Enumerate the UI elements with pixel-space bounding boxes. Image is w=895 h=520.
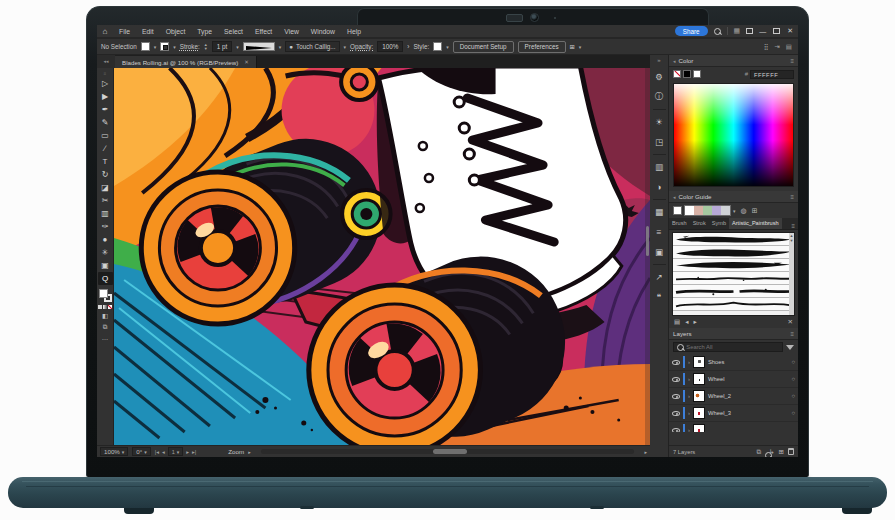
- info-icon[interactable]: ⓘ: [652, 90, 667, 105]
- menu-object[interactable]: Object: [160, 28, 192, 35]
- layers-search-input[interactable]: [686, 344, 779, 350]
- menu-view[interactable]: View: [278, 28, 305, 35]
- home-icon[interactable]: ⌂: [97, 27, 113, 36]
- scroll-right-icon[interactable]: ▸: [644, 449, 647, 455]
- pen-tool[interactable]: ✒: [98, 103, 113, 116]
- layer-row[interactable]: › Shoes ○: [669, 354, 798, 371]
- close-button[interactable]: ✕: [787, 27, 793, 35]
- align-icon[interactable]: ≡: [652, 225, 667, 240]
- base-color-swatch[interactable]: [673, 206, 682, 215]
- artboard-tool[interactable]: ▣: [98, 259, 113, 272]
- screen-mode-icon[interactable]: ⧉: [103, 323, 108, 331]
- artboard-dropdown-icon[interactable]: ▾: [177, 449, 180, 455]
- color-mode-icon[interactable]: [98, 305, 102, 309]
- stroke-dropdown-icon[interactable]: ▾: [173, 44, 176, 50]
- filter-icon[interactable]: [786, 345, 794, 350]
- next-artboard-icon[interactable]: ▸: [186, 449, 189, 455]
- menu-type[interactable]: Type: [191, 28, 218, 35]
- layer-thumbnail[interactable]: [693, 407, 705, 419]
- expand-chevron-icon[interactable]: ›: [688, 393, 690, 399]
- artboard-canvas[interactable]: [114, 68, 650, 445]
- delete-layer-icon[interactable]: [788, 448, 794, 455]
- transparency-icon[interactable]: ◑: [652, 180, 667, 195]
- layer-thumbnail[interactable]: [693, 390, 705, 402]
- opacity-value[interactable]: 100%: [377, 41, 403, 52]
- variation-swatch[interactable]: [703, 206, 712, 215]
- properties-icon[interactable]: ⚙: [652, 70, 667, 85]
- rectangle-tool[interactable]: ▭: [98, 129, 113, 142]
- toolbar-grip[interactable]: ⠿: [104, 72, 107, 75]
- rotate-tool[interactable]: ↻: [98, 168, 113, 181]
- layer-thumbnail[interactable]: [693, 356, 705, 368]
- brush-item[interactable]: [673, 272, 794, 285]
- new-layer-icon[interactable]: ⊞: [779, 448, 784, 456]
- draw-mode-icon[interactable]: ◧: [102, 312, 108, 320]
- stroke-color-swatch[interactable]: [160, 42, 169, 51]
- target-circle-icon[interactable]: ○: [791, 376, 795, 382]
- tab-brushes[interactable]: Brush: [669, 218, 690, 229]
- expand-panels-icon[interactable]: »: [657, 57, 660, 63]
- swatches-icon[interactable]: ◳: [652, 135, 667, 150]
- artboards-icon[interactable]: ▣: [652, 245, 667, 260]
- brush-item[interactable]: [673, 259, 794, 272]
- rotation-select[interactable]: 0° ▾: [132, 447, 150, 456]
- panel-menu-icon[interactable]: ≡: [790, 331, 794, 337]
- rotation-dropdown-icon[interactable]: ▾: [144, 449, 147, 455]
- gradient-tool[interactable]: ▥: [98, 207, 113, 220]
- scissors-tool[interactable]: ✂: [98, 194, 113, 207]
- preferences-button[interactable]: Preferences: [518, 41, 566, 53]
- menu-select[interactable]: Select: [218, 28, 249, 35]
- menu-window[interactable]: Window: [305, 28, 341, 35]
- brush-item[interactable]: [673, 285, 794, 298]
- minimize-button[interactable]: —: [759, 28, 766, 35]
- panel-menu-icon[interactable]: ≡: [790, 58, 794, 64]
- symbol-sprayer-tool[interactable]: ✳: [98, 246, 113, 259]
- variation-swatch[interactable]: [694, 206, 703, 215]
- profile-dropdown-icon[interactable]: ▾: [279, 44, 282, 50]
- search-icon[interactable]: [714, 28, 721, 35]
- workspace-switcher-icon[interactable]: [746, 28, 753, 34]
- visibility-eye-icon[interactable]: [672, 377, 680, 382]
- document-tab[interactable]: Blades Rolling.ai @ 100 % (RGB/Preview) …: [115, 56, 257, 68]
- hex-value-field[interactable]: FFFFFF: [750, 70, 794, 79]
- comments-icon[interactable]: ❝: [652, 290, 667, 305]
- line-segment-tool[interactable]: ∕: [98, 142, 113, 155]
- zoom-tool[interactable]: Q: [98, 272, 113, 285]
- none-swatch[interactable]: [673, 70, 681, 78]
- brush-list-scrollbar[interactable]: ▲▼: [789, 233, 794, 315]
- flow-icon[interactable]: ⇥: [774, 43, 779, 51]
- layer-row[interactable]: › Wheel ○: [669, 371, 798, 388]
- zoom-dropdown-icon[interactable]: ▾: [122, 449, 125, 455]
- expand-chevron-icon[interactable]: ›: [688, 376, 690, 382]
- target-circle-icon[interactable]: ○: [791, 393, 795, 399]
- menu-file[interactable]: File: [113, 28, 136, 35]
- export-icon[interactable]: ↗: [652, 270, 667, 285]
- paintbrush-tool[interactable]: ✑: [98, 220, 113, 233]
- visibility-eye-icon[interactable]: [672, 394, 680, 399]
- layer-name[interactable]: Wheel_3: [708, 410, 731, 416]
- layer-name[interactable]: Wheel: [708, 376, 724, 382]
- variation-swatch[interactable]: [712, 206, 721, 215]
- horizontal-scrollbar[interactable]: [261, 449, 635, 454]
- brush-item[interactable]: [673, 246, 794, 259]
- stroke-weight-value[interactable]: 1 pt: [212, 41, 233, 52]
- target-circle-icon[interactable]: ○: [791, 359, 795, 365]
- variation-swatch[interactable]: [685, 206, 694, 215]
- layer-thumbnail[interactable]: [693, 373, 705, 385]
- brush-item[interactable]: [673, 233, 794, 246]
- visibility-eye-icon[interactable]: [672, 428, 680, 433]
- tab-stroke[interactable]: Strok: [690, 218, 709, 229]
- panel-menu-icon[interactable]: ≡: [791, 223, 798, 229]
- arrange-documents-icon[interactable]: ▦: [734, 27, 741, 35]
- last-artboard-icon[interactable]: ▸|: [192, 449, 196, 455]
- edit-colors-icon[interactable]: ⊞: [752, 207, 758, 215]
- style-swatch[interactable]: [433, 42, 442, 51]
- fill-stroke-indicator[interactable]: [99, 289, 112, 302]
- prev-artboard-icon[interactable]: ◂: [162, 449, 165, 455]
- status-options-icon[interactable]: ▸: [248, 449, 251, 455]
- expand-chevron-icon[interactable]: ›: [688, 410, 690, 416]
- fill-indicator[interactable]: [99, 289, 108, 298]
- menu-edit[interactable]: Edit: [136, 28, 160, 35]
- color-panel-header[interactable]: ◂ Color ≡: [669, 55, 798, 67]
- panel-options-icon[interactable]: ▤: [786, 43, 792, 51]
